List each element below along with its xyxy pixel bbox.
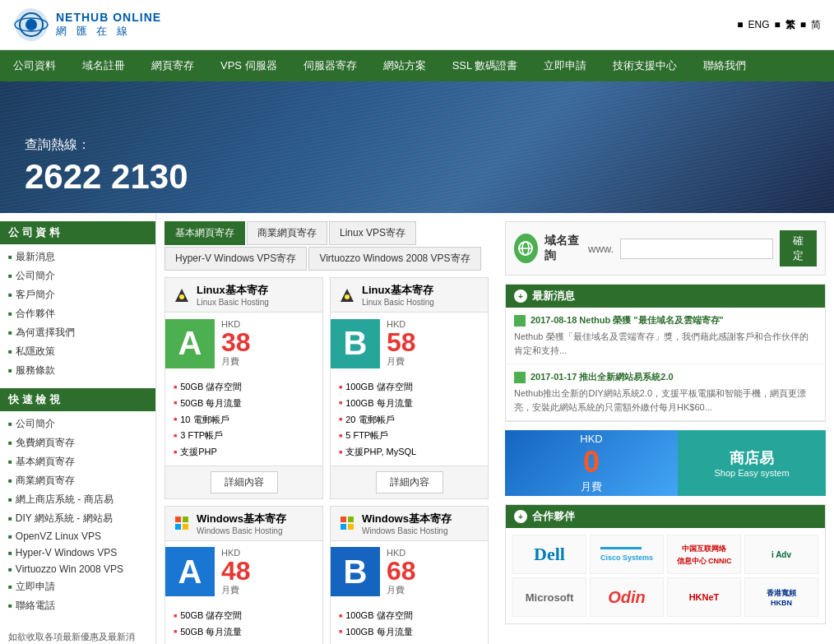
card-price-info-1: HKD 58 月費: [380, 313, 488, 374]
svg-rect-14: [341, 524, 346, 530]
sidebar-item-商業網頁寄存[interactable]: 商業網頁寄存: [0, 471, 155, 490]
content-area: 基本網頁寄存 商業網頁寄存 Linux VPS寄存 Hyper-V Window…: [156, 213, 497, 644]
card-price-num-2: 48: [221, 558, 316, 584]
sidebar-item-最新消息[interactable]: 最新消息: [0, 248, 155, 266]
promo-banner: HKD 0 月費 商店易 Shop Easy system: [505, 430, 826, 496]
sidebar-item-服務條款[interactable]: 服務條款: [0, 361, 155, 380]
nav-item-SSL 數碼證書[interactable]: SSL 數碼證書: [439, 50, 531, 81]
svg-rect-10: [175, 524, 181, 530]
sidebar-item-客戶簡介[interactable]: 客戶簡介: [0, 285, 155, 304]
domain-search-input[interactable]: [620, 239, 773, 259]
svg-rect-9: [183, 517, 188, 522]
card-title-1: Linux基本寄存: [362, 283, 434, 298]
sidebar-item-免費網頁寄存[interactable]: 免費網頁寄存: [0, 433, 155, 452]
feature-item: 50GB 儲存空間: [174, 608, 314, 624]
card-unit-0: 月費: [221, 355, 316, 368]
lang-tc[interactable]: 繁: [785, 18, 795, 32]
sidebar-item-合作夥伴[interactable]: 合作夥伴: [0, 304, 155, 323]
card-subtitle-0: Linux Basic Hosting: [197, 298, 269, 307]
card-price-info-3: HKD 68 月費: [380, 541, 488, 603]
news-items: 2017-08-18 Nethub 榮獲 "最佳域名及雲端寄存" Nethub …: [506, 308, 825, 421]
sidebar-item-公司簡介[interactable]: 公司簡介: [0, 266, 155, 285]
sidebar-item-聯絡電話[interactable]: 聯絡電話: [0, 596, 155, 615]
news-date-1[interactable]: 2017-01-17 推出全新網站易系統2.0: [531, 371, 674, 383]
news-title-bar: + 最新消息: [506, 285, 825, 308]
tab-hyperv-vps[interactable]: Hyper-V Windows VPS寄存: [164, 247, 307, 271]
nav-item-域名註冊[interactable]: 域名註冊: [69, 50, 138, 81]
promo-shop-sub: Shop Easy system: [714, 468, 789, 478]
sidebar-item-立即申請[interactable]: 立即申請: [0, 577, 155, 596]
sidebar-item-網上商店系統 - 商店易[interactable]: 網上商店系統 - 商店易: [0, 490, 155, 509]
card-features-2: 50GB 儲存空間50GB 每月流量10 電郵帳戶3 FTP帳戶支援ASP, A…: [165, 603, 322, 644]
nav-item-網站方案[interactable]: 網站方案: [370, 50, 439, 81]
tab-linux-vps[interactable]: Linux VPS寄存: [329, 221, 416, 245]
news-item-0: 2017-08-18 Nethub 榮獲 "最佳域名及雲端寄存" Nethub …: [506, 308, 825, 364]
sidebar-item-Hyper-V Windows VPS[interactable]: Hyper-V Windows VPS: [0, 544, 155, 561]
nav-item-立即申請[interactable]: 立即申請: [531, 50, 600, 81]
lang-sc[interactable]: 简: [811, 18, 821, 32]
feature-item: 20 電郵帳戶: [339, 641, 480, 644]
partner-logo-6[interactable]: HKNeT: [667, 577, 741, 617]
nav-item-伺服器寄存[interactable]: 伺服器寄存: [290, 50, 370, 81]
cisco-text: Cisco Systems: [600, 547, 653, 563]
nav-item-聯絡我們[interactable]: 聯絡我們: [690, 50, 759, 81]
feature-item: 100GB 每月流量: [339, 396, 480, 412]
hknet-text: HKNeT: [689, 592, 720, 602]
card-header-0: Linux基本寄存 Linux Basic Hosting: [165, 278, 322, 313]
news-icon: +: [514, 290, 527, 303]
language-switcher[interactable]: ■ ENG ■ 繁 ■ 简: [737, 18, 821, 32]
partners-title-bar: + 合作夥伴: [506, 505, 825, 528]
sidebar-item-OpenVZ Linux VPS[interactable]: OpenVZ Linux VPS: [0, 528, 155, 544]
tab-business-web[interactable]: 商業網頁寄存: [247, 221, 327, 245]
feature-item: 100GB 儲存空間: [339, 379, 480, 396]
nav-item-技術支援中心[interactable]: 技術支援中心: [600, 50, 690, 81]
promo-shop-easy[interactable]: 商店易 Shop Easy system: [678, 430, 826, 496]
partner-logo-3[interactable]: i Adv: [744, 535, 818, 574]
sidebar-item-基本網頁寄存[interactable]: 基本網頁寄存: [0, 452, 155, 471]
nav-item-VPS 伺服器[interactable]: VPS 伺服器: [207, 50, 290, 81]
sidebar-item-為何選擇我們[interactable]: 為何選擇我們: [0, 323, 155, 342]
card-price-3: B HKD 68 月費: [331, 541, 488, 603]
feature-item: 20 電郵帳戶: [339, 412, 480, 429]
sidebar: 公 司 資 料 最新消息公司簡介客戶簡介合作夥伴為何選擇我們私隱政策服務條款 快…: [0, 213, 156, 644]
partner-logo-5[interactable]: Odin: [590, 577, 664, 617]
card-detail-btn-0[interactable]: 詳細內容: [211, 471, 278, 493]
card-features-1: 100GB 儲存空間100GB 每月流量20 電郵帳戶5 FTP帳戶支援PHP,…: [331, 374, 488, 466]
card-title-2: Windows基本寄存: [197, 512, 286, 526]
svg-point-5: [179, 294, 184, 299]
sidebar-section-company: 公 司 資 料 最新消息公司簡介客戶簡介合作夥伴為何選擇我們私隱政策服務條款: [0, 221, 155, 380]
news-desc-0: Nethub 榮獲「最佳域名及雲端寄存」獎，我們藉此感謝客戶和合作伙伴的肯定和支…: [514, 330, 817, 357]
banner: 查詢熱線： 2622 2130: [0, 81, 834, 213]
sidebar-item-Virtuozzo Win 2008 VPS[interactable]: Virtuozzo Win 2008 VPS: [0, 561, 155, 577]
card-letter-2: A: [165, 547, 215, 596]
news-date-bar-0: 2017-08-18 Nethub 榮獲 "最佳域名及雲端寄存": [514, 314, 817, 327]
card-features-0: 50GB 儲存空間50GB 每月流量10 電郵帳戶3 FTP帳戶支援PHP: [165, 374, 322, 466]
partner-logo-0[interactable]: Dell: [512, 535, 586, 574]
sidebar-item-私隱政策[interactable]: 私隱政策: [0, 342, 155, 361]
news-date-0[interactable]: 2017-08-18 Nethub 榮獲 "最佳域名及雲端寄存": [531, 314, 724, 327]
card-title-0: Linux基本寄存: [197, 283, 269, 298]
partners-title: 合作夥伴: [532, 509, 575, 524]
sidebar-item-DIY 網站系統 - 網站易[interactable]: DIY 網站系統 - 網站易: [0, 509, 155, 528]
partner-logo-7[interactable]: 香港寬頻HKBN: [744, 577, 818, 617]
tab-virtuozzo-vps[interactable]: Virtuozzo Windows 2008 VPS寄存: [308, 247, 480, 271]
sidebar-item-公司簡介[interactable]: 公司簡介: [0, 415, 155, 433]
tab-basic-web[interactable]: 基本網頁寄存: [164, 221, 245, 245]
sidebar-title-quick: 快 速 檢 視: [0, 388, 155, 411]
partner-logo-4[interactable]: Microsoft: [512, 577, 586, 617]
card-detail-btn-1[interactable]: 詳細內容: [376, 471, 443, 493]
nav-item-網頁寄存[interactable]: 網頁寄存: [138, 50, 207, 81]
lang-eng[interactable]: ENG: [748, 19, 769, 30]
promo-free-hosting[interactable]: HKD 0 月費: [505, 430, 678, 496]
card-price-2: A HKD 48 月費: [165, 541, 322, 603]
card-subtitle-3: Windows Basic Hosting: [362, 526, 452, 535]
feature-item: 支援PHP: [174, 444, 314, 461]
partner-logo-2[interactable]: 中国互联网络信息中心 CNNIC: [667, 535, 741, 574]
domain-search-button[interactable]: 確定: [780, 230, 817, 266]
card-unit-1: 月費: [387, 355, 481, 368]
partner-logo-1[interactable]: Cisco Systems: [590, 535, 664, 574]
nav-item-公司資料[interactable]: 公司資料: [0, 50, 69, 81]
sidebar-section-quick: 快 速 檢 視 公司簡介免費網頁寄存基本網頁寄存商業網頁寄存網上商店系統 - 商…: [0, 388, 155, 615]
header: NETHUB ONLINE 網 匯 在 線 ■ ENG ■ 繁 ■ 简: [0, 0, 834, 50]
promo-price: 0: [583, 445, 600, 480]
